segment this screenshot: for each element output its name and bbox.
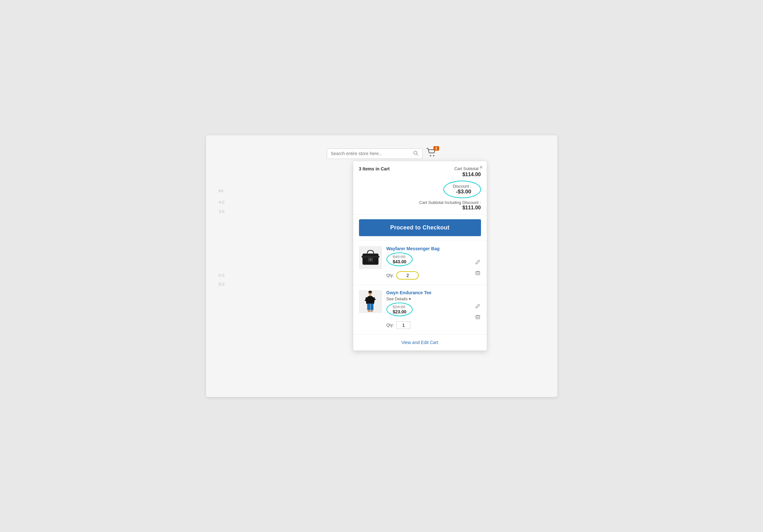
qty-label-tee: Qty: [386, 323, 394, 327]
discounted-price-bag: $43.00 [393, 259, 406, 264]
svg-point-3 [433, 155, 434, 156]
discount-oval: Discount : -$3.00 [443, 181, 481, 198]
item-details-tee: Gwyn Endurance Tee See Details ▾ $24.00 … [386, 290, 470, 329]
discount-label: Discount : [453, 184, 472, 189]
header: 3 [206, 148, 557, 159]
qty-oval-bag[interactable] [396, 271, 419, 280]
item-actions-tee [475, 290, 481, 321]
item-image-bag [359, 246, 382, 269]
svg-rect-16 [367, 304, 370, 310]
svg-line-1 [416, 154, 418, 155]
svg-rect-15 [369, 295, 371, 296]
qty-row-bag: Qty: [386, 271, 470, 280]
page-wrapper: 3 tot 4.0 3.0 . 0.0 8.0 × 3 Items in Car… [206, 135, 557, 397]
qty-row-tee: Qty: [386, 321, 470, 329]
tee-icon [362, 291, 379, 313]
bg-content: tot 4.0 3.0 . 0.0 8.0 [219, 186, 225, 290]
svg-point-2 [430, 155, 431, 156]
chevron-down-icon: ▾ [409, 297, 411, 301]
cart-dropdown-panel: × 3 Items in Cart Cart Subtotal : $114.0… [353, 161, 487, 351]
cart-subtotal-label: Cart Subtotal : [454, 166, 481, 171]
search-input[interactable] [331, 151, 411, 156]
item-actions-bag [475, 246, 481, 277]
price-oval-tee: $24.00 $23.00 [386, 303, 413, 316]
bag-icon [361, 248, 380, 267]
svg-rect-5 [362, 256, 380, 258]
items-in-cart: 3 Items in Cart [359, 166, 390, 171]
delete-button-tee[interactable] [475, 314, 481, 321]
original-price-tee: $24.00 [393, 305, 406, 309]
qty-label-bag: Qty: [386, 273, 394, 278]
cart-subtotal-value: $114.00 [463, 172, 481, 177]
edit-button-tee[interactable] [475, 303, 481, 310]
subtotal-discount-value: $111.00 [463, 205, 481, 211]
subtotal-with-discount: Cart Subtotal Including Discount : $111.… [359, 200, 481, 211]
svg-point-7 [370, 259, 371, 260]
svg-rect-18 [368, 310, 370, 312]
discounted-price-tee: $23.00 [393, 309, 406, 314]
panel-header: × 3 Items in Cart Cart Subtotal : $114.0… [353, 161, 487, 215]
item-name-tee[interactable]: Gwyn Endurance Tee [386, 290, 470, 295]
cart-item: Wayfarer Messenger Bag $45.00 $43.00 Qty… [353, 241, 487, 285]
svg-rect-19 [371, 310, 373, 312]
delete-button-bag[interactable] [475, 270, 481, 277]
svg-rect-17 [371, 304, 373, 310]
close-button[interactable]: × [480, 164, 483, 170]
discount-value: -$3.00 [456, 189, 471, 195]
cart-icon-wrapper[interactable]: 3 [426, 148, 437, 159]
view-edit-cart-link[interactable]: View and Edit Cart [401, 340, 439, 345]
search-icon [413, 151, 418, 157]
panel-footer: View and Edit Cart [353, 334, 487, 350]
item-image-tee [359, 290, 382, 313]
discount-section: Discount : -$3.00 [359, 181, 481, 198]
edit-button-bag[interactable] [475, 259, 481, 266]
subtotal-discount-label: Cart Subtotal Including Discount : [419, 200, 481, 205]
qty-input-bag[interactable] [403, 273, 412, 278]
svg-point-14 [368, 291, 372, 293]
see-details-tee[interactable]: See Details ▾ [386, 297, 470, 301]
item-name-bag[interactable]: Wayfarer Messenger Bag [386, 246, 470, 251]
qty-input-tee[interactable] [396, 321, 410, 329]
search-bar[interactable] [327, 148, 422, 159]
item-details-bag: Wayfarer Messenger Bag $45.00 $43.00 Qty… [386, 246, 470, 280]
checkout-button[interactable]: Proceed to Checkout [359, 219, 481, 236]
cart-item-tee: Gwyn Endurance Tee See Details ▾ $24.00 … [353, 285, 487, 334]
price-oval-bag: $45.00 $43.00 [386, 252, 413, 266]
cart-subtotal-section: Cart Subtotal : $114.00 [454, 166, 481, 177]
cart-badge: 3 [433, 146, 439, 151]
original-price-bag: $45.00 [393, 254, 406, 259]
